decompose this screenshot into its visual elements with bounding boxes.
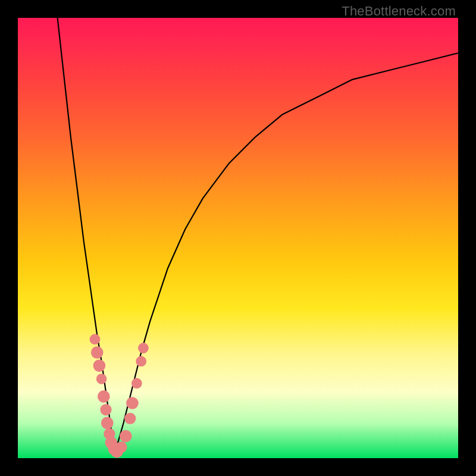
data-marker <box>96 374 107 384</box>
data-marker <box>93 359 106 372</box>
plot-area <box>18 18 458 458</box>
data-marker <box>115 441 127 453</box>
curve-group <box>58 18 458 454</box>
data-marker <box>100 404 111 415</box>
data-marker <box>131 378 142 389</box>
data-marker <box>98 390 110 403</box>
data-marker <box>120 430 132 443</box>
data-marker <box>126 397 139 409</box>
series-left-branch <box>58 18 115 454</box>
data-marker <box>124 413 136 424</box>
chart-svg <box>18 18 458 458</box>
data-marker <box>91 346 104 359</box>
outer-frame: TheBottleneck.com <box>0 0 476 476</box>
data-marker <box>101 416 114 429</box>
watermark-text: TheBottleneck.com <box>342 4 456 19</box>
data-marker <box>136 356 146 367</box>
series-right-branch <box>115 53 458 453</box>
data-marker <box>90 334 101 345</box>
data-marker <box>138 343 149 353</box>
